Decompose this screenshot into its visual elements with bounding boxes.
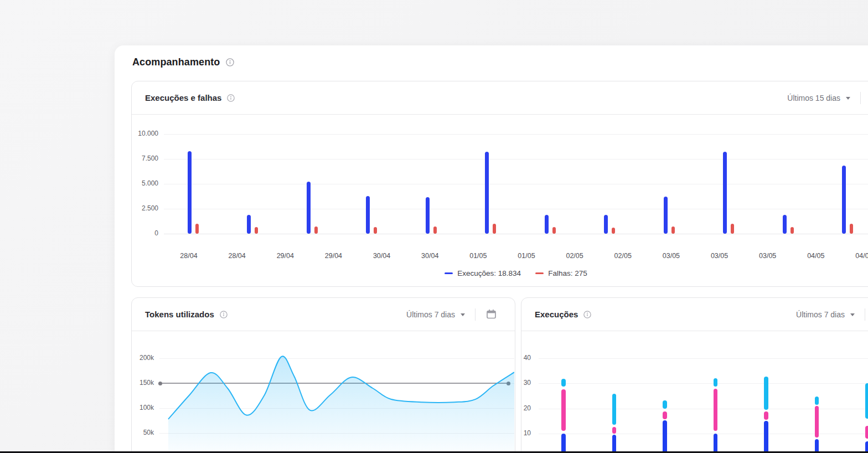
y-axis-label: 50k <box>132 429 154 436</box>
stacked-bar-segment[interactable] <box>865 426 868 439</box>
x-axis-label: 30/04 <box>365 252 399 260</box>
stacked-bar-segment[interactable] <box>815 397 819 405</box>
bar-failures[interactable] <box>731 224 734 234</box>
bar-failures[interactable] <box>433 226 437 234</box>
divider <box>860 92 861 104</box>
stacked-bar-segment[interactable] <box>612 435 617 453</box>
chart-legend: Execuções: 18.834 Falhas: 275 <box>132 269 868 277</box>
x-axis-label: 03/05 <box>654 252 688 260</box>
bar-executions[interactable] <box>842 166 846 234</box>
bar-executions[interactable] <box>307 182 311 234</box>
y-axis-label: 10 <box>521 429 531 437</box>
gridline <box>164 234 868 234</box>
main-panel: Acompanhamento Execuções e falhas Último… <box>115 45 868 453</box>
bar-failures[interactable] <box>314 226 318 234</box>
divider <box>475 308 476 321</box>
stacked-bar-segment[interactable] <box>663 420 667 453</box>
stacked-bar-segment[interactable] <box>561 434 566 453</box>
executions-legend-item: Execuções: 18.834 <box>445 269 521 277</box>
chevron-down-icon[interactable] <box>461 313 465 316</box>
bar-failures[interactable] <box>790 227 794 234</box>
card-header: Tokens utilizados Últimos 7 dias <box>132 298 515 331</box>
gridline <box>164 209 868 209</box>
x-axis-label: 01/05 <box>510 252 543 260</box>
bar-executions[interactable] <box>723 152 727 234</box>
stacked-bar-segment[interactable] <box>815 406 819 437</box>
stacked-bar-segment[interactable] <box>561 389 566 431</box>
x-axis-label: 02/05 <box>606 252 639 260</box>
x-axis-label: 30/04 <box>414 252 447 260</box>
failures-legend-item: Falhas: 275 <box>535 269 587 277</box>
y-axis-label: 10.000 <box>133 130 158 137</box>
card-header: Execuções Últimos 7 dias <box>521 298 868 331</box>
bar-executions[interactable] <box>545 215 549 234</box>
executions-legend-label: Execuções: 18.834 <box>457 269 521 277</box>
y-axis-label: 40 <box>521 354 531 362</box>
x-axis-label: 28/04 <box>172 252 205 260</box>
stacked-bar-segment[interactable] <box>612 394 617 425</box>
bar-failures[interactable] <box>374 227 377 234</box>
info-icon[interactable] <box>226 58 234 66</box>
gridline <box>164 134 868 135</box>
gridline <box>164 184 868 184</box>
bar-failures[interactable] <box>255 227 258 234</box>
x-axis-label: 03/05 <box>751 252 784 260</box>
y-axis-label: 100k <box>132 404 154 411</box>
executions-card: Execuções Últimos 7 dias 40302010 <box>521 297 868 453</box>
area-fill <box>168 356 514 453</box>
card-title: Tokens utilizados <box>145 310 214 319</box>
card-header: Execuções e falhas Últimos 15 dias <box>132 81 868 115</box>
bar-failures[interactable] <box>850 224 853 234</box>
stacked-bar-segment[interactable] <box>714 378 718 387</box>
page-title: Acompanhamento <box>132 56 220 68</box>
y-axis-label: 5.000 <box>133 179 158 187</box>
stacked-bar-segment[interactable] <box>663 400 667 409</box>
x-axis-label: 04/05 <box>848 252 868 260</box>
failures-legend-dash <box>535 272 544 274</box>
bar-failures[interactable] <box>493 224 496 234</box>
stacked-bar-segment[interactable] <box>764 421 768 453</box>
y-axis-label: 30 <box>521 379 531 387</box>
stacked-bar-segment[interactable] <box>612 427 617 434</box>
stacked-bar-segment[interactable] <box>663 411 667 420</box>
info-icon[interactable] <box>220 311 228 318</box>
stacked-bar-segment[interactable] <box>714 389 718 431</box>
info-icon[interactable] <box>583 311 591 318</box>
calendar-icon[interactable] <box>485 308 497 320</box>
bar-failures[interactable] <box>552 227 556 234</box>
stacked-bar-segment[interactable] <box>764 377 768 410</box>
y-axis-label: 7.500 <box>133 155 158 162</box>
executions-legend-dash <box>445 272 453 274</box>
bar-executions[interactable] <box>247 215 251 234</box>
bar-executions[interactable] <box>783 215 787 234</box>
x-axis-label: 29/04 <box>317 252 350 260</box>
bar-executions[interactable] <box>366 196 370 234</box>
stacked-bar-segment[interactable] <box>561 379 566 387</box>
executions-failures-card: Execuções e falhas Últimos 15 dias Execu… <box>131 81 868 287</box>
x-axis-label: 28/04 <box>220 252 254 260</box>
bar-executions[interactable] <box>604 215 608 234</box>
chevron-down-icon[interactable] <box>846 97 850 100</box>
stacked-bar-segment[interactable] <box>865 383 868 419</box>
chevron-down-icon[interactable] <box>850 313 855 316</box>
info-icon[interactable] <box>227 94 235 102</box>
x-axis-label: 01/05 <box>462 252 495 260</box>
y-axis-label: 200k <box>132 354 154 362</box>
gridline <box>539 358 868 359</box>
period-select[interactable]: Últimos 15 dias <box>787 94 840 102</box>
period-select[interactable]: Últimos 7 dias <box>796 310 845 319</box>
bar-executions[interactable] <box>426 197 430 234</box>
period-select[interactable]: Últimos 7 dias <box>406 310 455 319</box>
stacked-bar-segment[interactable] <box>714 434 718 453</box>
bar-executions[interactable] <box>188 151 192 234</box>
bar-executions[interactable] <box>485 152 489 234</box>
tokens-area-chart <box>159 333 514 453</box>
bar-failures[interactable] <box>195 224 199 234</box>
stacked-bar-segment[interactable] <box>764 411 768 420</box>
bar-failures[interactable] <box>612 228 615 234</box>
card-title: Execuções <box>535 310 578 319</box>
bar-executions[interactable] <box>664 197 668 234</box>
y-axis-label: 0 <box>133 229 158 237</box>
failures-legend-label: Falhas: 275 <box>548 269 587 277</box>
bar-failures[interactable] <box>671 226 675 234</box>
